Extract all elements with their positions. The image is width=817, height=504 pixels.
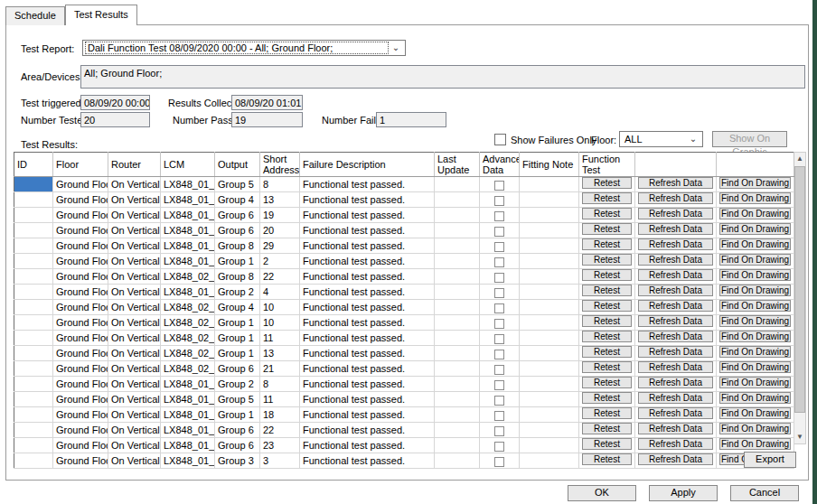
find-on-drawing-button[interactable]: Find On Drawing xyxy=(719,208,791,219)
cell-id[interactable] xyxy=(14,208,53,223)
retest-button[interactable]: Retest xyxy=(582,238,632,250)
cell-id[interactable] xyxy=(14,285,53,300)
refresh-data-button[interactable]: Refresh Data xyxy=(638,407,713,419)
scrollbar-thumb[interactable] xyxy=(794,166,805,413)
find-on-drawing-button[interactable]: Find On Drawing xyxy=(719,346,791,358)
refresh-data-button[interactable]: Refresh Data xyxy=(638,177,713,189)
refresh-data-button[interactable]: Refresh Data xyxy=(638,377,713,388)
floor-dropdown[interactable]: ALL ⌄ xyxy=(619,131,703,147)
find-on-drawing-button[interactable]: Find On Drawing xyxy=(719,407,791,419)
retest-button[interactable]: Retest xyxy=(582,453,632,465)
tab-schedule[interactable]: Schedule xyxy=(5,6,65,25)
advanced-data-checkbox[interactable] xyxy=(494,273,504,283)
refresh-data-button[interactable]: Refresh Data xyxy=(638,392,713,404)
refresh-data-button[interactable]: Refresh Data xyxy=(638,192,713,204)
table-scrollbar[interactable]: ▲ ▼ xyxy=(794,152,806,444)
scroll-down-icon[interactable]: ▼ xyxy=(794,431,805,443)
refresh-data-button[interactable]: Refresh Data xyxy=(638,438,713,450)
retest-button[interactable]: Retest xyxy=(582,269,632,281)
advanced-data-checkbox[interactable] xyxy=(494,181,504,191)
cell-id[interactable] xyxy=(14,315,53,331)
advanced-data-checkbox[interactable] xyxy=(494,442,504,452)
cell-id[interactable] xyxy=(14,407,53,423)
cell-id[interactable] xyxy=(14,223,53,238)
find-on-drawing-button[interactable]: Find On Drawing xyxy=(719,285,791,296)
retest-button[interactable]: Retest xyxy=(582,177,632,189)
cell-id[interactable] xyxy=(14,300,53,315)
show-failures-only-checkbox[interactable] xyxy=(494,134,506,145)
refresh-data-button[interactable]: Refresh Data xyxy=(638,361,713,373)
retest-button[interactable]: Retest xyxy=(582,208,632,219)
find-on-drawing-button[interactable]: Find On Drawing xyxy=(719,315,791,327)
export-button[interactable]: Export xyxy=(744,452,796,468)
refresh-data-button[interactable]: Refresh Data xyxy=(638,223,713,235)
retest-button[interactable]: Retest xyxy=(582,192,632,204)
refresh-data-button[interactable]: Refresh Data xyxy=(638,300,713,312)
advanced-data-checkbox[interactable] xyxy=(494,257,504,267)
retest-button[interactable]: Retest xyxy=(582,346,632,358)
tab-test-results[interactable]: Test Results xyxy=(65,5,137,25)
cell-id[interactable] xyxy=(14,238,53,254)
find-on-drawing-button[interactable]: Find On Drawing xyxy=(719,177,791,189)
refresh-data-button[interactable]: Refresh Data xyxy=(638,453,713,465)
retest-button[interactable]: Retest xyxy=(582,438,632,450)
advanced-data-checkbox[interactable] xyxy=(494,211,504,221)
find-on-drawing-button[interactable]: Find On Drawing xyxy=(719,254,791,266)
advanced-data-checkbox[interactable] xyxy=(494,319,504,329)
find-on-drawing-button[interactable]: Find On Drawing xyxy=(719,392,791,404)
retest-button[interactable]: Retest xyxy=(582,223,632,235)
refresh-data-button[interactable]: Refresh Data xyxy=(638,208,713,219)
cell-id[interactable] xyxy=(14,423,53,438)
cell-id[interactable] xyxy=(14,377,53,392)
apply-button[interactable]: Apply xyxy=(649,485,718,501)
retest-button[interactable]: Retest xyxy=(582,407,632,419)
retest-button[interactable]: Retest xyxy=(582,377,632,388)
cell-id[interactable] xyxy=(14,361,53,377)
show-on-graphic-button[interactable]: Show On Graphic xyxy=(712,131,787,147)
find-on-drawing-button[interactable]: Find On Drawing xyxy=(719,192,791,204)
retest-button[interactable]: Retest xyxy=(582,300,632,312)
cell-id[interactable] xyxy=(14,177,53,192)
cell-id[interactable] xyxy=(14,392,53,407)
advanced-data-checkbox[interactable] xyxy=(494,365,504,375)
advanced-data-checkbox[interactable] xyxy=(494,350,504,359)
find-on-drawing-button[interactable]: Find On Drawing xyxy=(719,238,791,250)
scroll-up-icon[interactable]: ▲ xyxy=(794,153,805,165)
advanced-data-checkbox[interactable] xyxy=(494,426,504,436)
find-on-drawing-button[interactable]: Find On Drawing xyxy=(719,423,791,434)
refresh-data-button[interactable]: Refresh Data xyxy=(638,269,713,281)
retest-button[interactable]: Retest xyxy=(582,392,632,404)
find-on-drawing-button[interactable]: Find On Drawing xyxy=(719,331,791,342)
advanced-data-checkbox[interactable] xyxy=(494,227,504,237)
retest-button[interactable]: Retest xyxy=(582,423,632,434)
find-on-drawing-button[interactable]: Find On Drawing xyxy=(719,269,791,281)
refresh-data-button[interactable]: Refresh Data xyxy=(638,423,713,434)
cell-id[interactable] xyxy=(14,269,53,285)
refresh-data-button[interactable]: Refresh Data xyxy=(638,315,713,327)
advanced-data-checkbox[interactable] xyxy=(494,196,504,206)
retest-button[interactable]: Retest xyxy=(582,331,632,342)
refresh-data-button[interactable]: Refresh Data xyxy=(638,285,713,296)
refresh-data-button[interactable]: Refresh Data xyxy=(638,331,713,342)
ok-button[interactable]: OK xyxy=(568,485,636,501)
advanced-data-checkbox[interactable] xyxy=(494,457,504,467)
find-on-drawing-button[interactable]: Find On Drawing xyxy=(719,377,791,388)
refresh-data-button[interactable]: Refresh Data xyxy=(638,346,713,358)
find-on-drawing-button[interactable]: Find On Drawing xyxy=(719,300,791,312)
find-on-drawing-button[interactable]: Find On Drawing xyxy=(719,438,791,450)
refresh-data-button[interactable]: Refresh Data xyxy=(638,238,713,250)
cell-id[interactable] xyxy=(14,192,53,208)
find-on-drawing-button[interactable]: Find On Drawing xyxy=(719,223,791,235)
test-report-dropdown[interactable]: Dali Function Test 08/09/2020 00:00 - Al… xyxy=(82,40,406,56)
retest-button[interactable]: Retest xyxy=(582,315,632,327)
cancel-button[interactable]: Cancel xyxy=(730,485,799,501)
find-on-drawing-button[interactable]: Find On Drawing xyxy=(719,361,791,373)
advanced-data-checkbox[interactable] xyxy=(494,380,504,390)
advanced-data-checkbox[interactable] xyxy=(494,411,504,421)
refresh-data-button[interactable]: Refresh Data xyxy=(638,254,713,266)
cell-id[interactable] xyxy=(14,438,53,453)
cell-id[interactable] xyxy=(14,331,53,346)
advanced-data-checkbox[interactable] xyxy=(494,396,504,406)
cell-id[interactable] xyxy=(14,346,53,361)
cell-id[interactable] xyxy=(14,453,53,469)
